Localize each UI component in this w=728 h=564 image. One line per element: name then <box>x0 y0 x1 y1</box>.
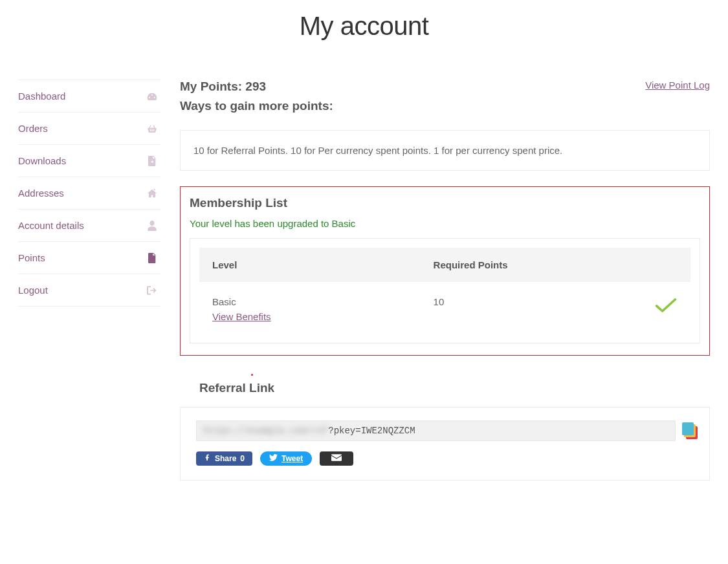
sidebar-item-label: Downloads <box>18 155 66 166</box>
file-download-icon <box>146 156 158 166</box>
twitter-icon <box>269 454 278 463</box>
membership-title: Membership List <box>190 196 700 210</box>
sidebar-item-label: Points <box>18 252 45 263</box>
sidebar-item-label: Orders <box>18 123 48 134</box>
ways-heading: Ways to gain more points: <box>180 99 333 113</box>
upgrade-message: Your level has been upgraded to Basic <box>190 218 700 229</box>
ways-to-gain-box: 10 for Referral Points. 10 for Per curre… <box>180 130 710 171</box>
sidebar-item-label: Logout <box>18 285 48 296</box>
referral-link-blurred: https://example.com/ref <box>203 426 328 436</box>
email-icon <box>331 454 342 463</box>
red-dot-indicator <box>251 374 253 376</box>
sidebar-item-orders[interactable]: Orders <box>18 113 160 145</box>
facebook-icon <box>204 454 211 463</box>
main-content: My Points: 293 Ways to gain more points:… <box>160 80 710 481</box>
my-points-heading: My Points: 293 <box>180 80 333 94</box>
referral-link-suffix: ?pkey=IWE2NQZZCM <box>328 426 415 436</box>
referral-title: Referral Link <box>199 381 710 395</box>
basket-icon <box>146 124 158 133</box>
sidebar-item-downloads[interactable]: Downloads <box>18 145 160 177</box>
email-share-button[interactable] <box>320 451 353 466</box>
fb-share-count: 0 <box>240 454 245 463</box>
sidebar-item-logout[interactable]: Logout <box>18 274 160 307</box>
sidebar-item-dashboard[interactable]: Dashboard <box>18 80 160 113</box>
sidebar-item-label: Dashboard <box>18 91 65 102</box>
page-title: My account <box>300 12 429 41</box>
copy-link-icon[interactable] <box>682 422 698 439</box>
sidebar-item-points[interactable]: Points <box>18 242 160 274</box>
signout-icon <box>146 286 158 295</box>
sidebar-item-label: Addresses <box>18 188 64 199</box>
checkmark-icon <box>654 305 678 316</box>
table-row: Basic View Benefits 10 <box>199 282 690 334</box>
membership-section: Membership List Your level has been upgr… <box>180 186 710 356</box>
fb-share-label: Share <box>215 454 236 463</box>
sidebar-item-label: Account details <box>18 220 84 231</box>
facebook-share-button[interactable]: Share 0 <box>196 451 252 466</box>
referral-link-input[interactable]: https://example.com/ref?pkey=IWE2NQZZCM <box>196 420 676 441</box>
view-benefits-link[interactable]: View Benefits <box>212 311 271 322</box>
social-share-row: Share 0 Tweet <box>196 451 698 466</box>
sidebar-item-account-details[interactable]: Account details <box>18 210 160 242</box>
level-name: Basic <box>212 296 236 307</box>
referral-card: https://example.com/ref?pkey=IWE2NQZZCM … <box>180 407 710 481</box>
membership-table: Level Required Points Basic View Benefit… <box>199 248 690 334</box>
account-sidebar: Dashboard Orders Downloads <box>18 80 160 481</box>
document-icon <box>146 253 158 263</box>
sidebar-item-addresses[interactable]: Addresses <box>18 177 160 210</box>
tw-tweet-label: Tweet <box>281 454 303 463</box>
col-required: Required Points <box>421 248 617 282</box>
membership-card: Level Required Points Basic View Benefit… <box>190 238 700 343</box>
dashboard-icon <box>146 92 158 101</box>
required-points: 10 <box>421 282 617 334</box>
home-icon <box>146 189 158 198</box>
twitter-tweet-button[interactable]: Tweet <box>260 451 312 466</box>
points-value: 293 <box>245 80 266 93</box>
view-point-log-link[interactable]: View Point Log <box>645 80 710 91</box>
user-icon <box>146 221 158 231</box>
col-level: Level <box>199 248 421 282</box>
